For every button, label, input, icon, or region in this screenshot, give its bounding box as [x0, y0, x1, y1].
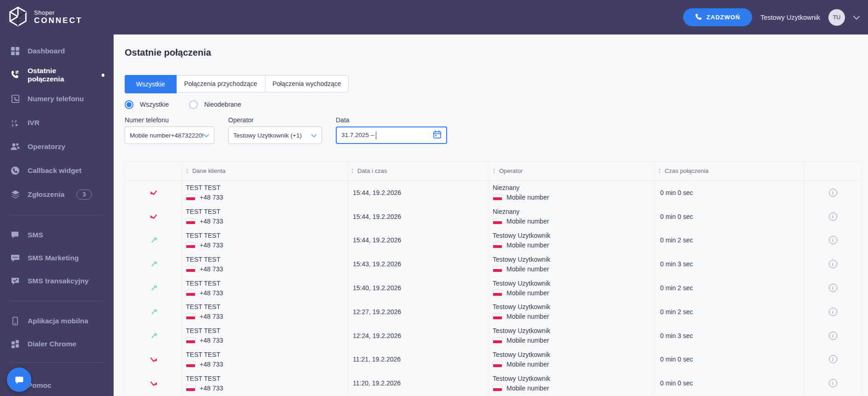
duration-cell: 0 min 2 sec: [655, 300, 805, 324]
sort-icon[interactable]: ▲▼: [351, 168, 354, 174]
sms-transactional-icon: [10, 276, 20, 286]
chat-widget-button[interactable]: [7, 367, 31, 392]
operator-number-type: Mobile number: [506, 241, 549, 249]
info-icon[interactable]: i: [829, 189, 837, 197]
sidebar-item-label: Numery telefonu: [28, 95, 84, 103]
datetime-cell: 12:24, 19.2.2026: [348, 324, 489, 348]
tab-po-czenia-przychodz-ce[interactable]: Połączenia przychodzące: [177, 75, 265, 92]
info-icon[interactable]: i: [829, 212, 837, 221]
info-icon[interactable]: i: [829, 332, 837, 340]
table-row[interactable]: TEST TEST +48 733 15:44, 19.2.2026 Testo…: [125, 229, 862, 253]
customer-phone: +48 733: [200, 361, 223, 368]
info-icon[interactable]: i: [829, 308, 837, 316]
date-range-input[interactable]: 31.7.2025 –: [336, 126, 447, 144]
sidebar-item-callback-widget[interactable]: Callback widget: [0, 159, 114, 183]
column-header-actions: [805, 161, 862, 180]
poland-flag-icon: [186, 385, 195, 391]
column-header-icon: [125, 161, 183, 180]
chevron-down-icon[interactable]: [853, 13, 860, 22]
operator-name: Testowy Uzytkownik: [493, 375, 655, 382]
customer-name: TEST TEST: [186, 303, 347, 310]
radio-icon[interactable]: [189, 100, 198, 109]
column-header-operator[interactable]: ▲▼ Operator: [489, 161, 655, 180]
customer-cell: TEST TEST +48 733: [183, 181, 348, 205]
sort-icon[interactable]: ▲▼: [186, 168, 189, 174]
call-direction-icon: [125, 205, 183, 229]
date-filter-label: Data: [336, 116, 447, 125]
operator-name: Testowy Uzytkownik: [493, 327, 655, 334]
table-row[interactable]: TEST TEST +48 733 15:40, 19.2.2026 Testo…: [125, 276, 862, 300]
sidebar-divider: [10, 301, 103, 301]
table-row[interactable]: TEST TEST +48 733 15:44, 19.2.2026 Niezn…: [125, 205, 862, 229]
radio-nieodebrane[interactable]: Nieodebrane: [189, 100, 241, 109]
sidebar-item-numery-telefonu[interactable]: Numery telefonu: [0, 87, 114, 111]
column-header-dane-klienta[interactable]: ▲▼ Dane klienta: [183, 161, 348, 180]
call-direction-icon: [125, 348, 183, 372]
operator-cell: Testowy Uzytkownik Mobile number: [489, 371, 655, 395]
radio-icon[interactable]: [125, 100, 133, 109]
call-direction-icon: [125, 181, 183, 205]
datetime-cell: 12:27, 19.2.2026: [348, 300, 489, 324]
table-row[interactable]: TEST TEST +48 733 15:43, 19.2.2026 Testo…: [125, 252, 862, 276]
phone-icon: [695, 13, 702, 22]
app-logo: Shoper CONNECT: [0, 6, 114, 29]
info-icon[interactable]: i: [829, 355, 837, 363]
customer-name: TEST TEST: [186, 184, 347, 191]
duration-cell: 0 min 3 sec: [655, 324, 805, 348]
call-history-icon: [10, 70, 20, 80]
table-row[interactable]: TEST TEST +48 733 15:44, 19.2.2026 Niezn…: [125, 181, 862, 205]
operator-number-type: Mobile number: [506, 385, 549, 392]
sort-icon[interactable]: ▲▼: [493, 168, 495, 174]
customer-name: TEST TEST: [186, 256, 347, 263]
calendar-icon[interactable]: [433, 130, 442, 140]
sidebar-item-ostatnie-po-czenia[interactable]: Ostatnie połączenia: [0, 63, 114, 87]
avatar[interactable]: TU: [828, 9, 845, 26]
poland-flag-icon: [493, 194, 502, 201]
operator-number-type: Mobile number: [506, 265, 549, 273]
sidebar-item-sms-transakcyjny[interactable]: SMS transakcyjny: [0, 270, 114, 293]
tab-wszystkie[interactable]: Wszystkie: [125, 75, 177, 93]
call-button[interactable]: ZADZWOŃ: [683, 8, 752, 26]
sidebar-item-ivr[interactable]: 1 23 IVR: [0, 111, 114, 135]
sidebar-item-zg-oszenia[interactable]: Zgłoszenia 3: [0, 183, 114, 207]
table-row[interactable]: TEST TEST +48 733 11:21, 19.2.2026 Testo…: [125, 348, 862, 372]
customer-name: TEST TEST: [186, 280, 347, 287]
operator-name: Testowy Uzytkownik: [493, 303, 655, 310]
table-row[interactable]: TEST TEST +48 733 12:27, 19.2.2026 Testo…: [125, 300, 862, 324]
top-bar: Shoper CONNECT ZADZWOŃ Testowy Uzytkowni…: [0, 0, 868, 34]
table-header-row: ▲▼ Dane klienta ▲▼ Data i czas ▲▼ Operat…: [125, 161, 862, 181]
sidebar-item-sms[interactable]: SMS: [0, 224, 114, 247]
customer-cell: TEST TEST +48 733: [183, 205, 348, 229]
sidebar-item-sms-marketing[interactable]: SMS Marketing: [0, 247, 114, 270]
actions-cell: i: [805, 181, 862, 205]
operator-select-value: Testowy Uzytkownik (+1): [233, 132, 311, 139]
operator-cell: Testowy Uzytkownik Mobile number: [489, 348, 655, 372]
sort-icon[interactable]: ▲▼: [658, 168, 661, 174]
poland-flag-icon: [493, 385, 502, 391]
customer-cell: TEST TEST +48 733: [183, 276, 348, 300]
operator-number-type: Mobile number: [506, 289, 549, 297]
info-icon[interactable]: i: [829, 260, 837, 268]
operator-select[interactable]: Testowy Uzytkownik (+1): [228, 126, 322, 144]
sms-icon: [10, 230, 20, 240]
svg-text:1 2: 1 2: [11, 119, 17, 123]
sidebar-item-aplikacja-mobilna[interactable]: Aplikacja mobilna: [0, 310, 114, 333]
sidebar-item-operatorzy[interactable]: Operatorzy: [0, 135, 114, 159]
sidebar-item-dashboard[interactable]: Dashboard: [0, 39, 114, 63]
column-header-data-i-czas[interactable]: ▲▼ Data i czas: [348, 161, 489, 180]
info-icon[interactable]: i: [829, 236, 837, 244]
column-header-czas-polaczenia[interactable]: ▲▼ Czas połączenia: [655, 161, 805, 180]
info-icon[interactable]: i: [829, 379, 837, 387]
customer-phone: +48 733: [200, 313, 223, 320]
datetime-cell: 15:43, 19.2.2026: [348, 252, 489, 276]
sidebar-item-dialer-chrome[interactable]: Dialer Chrome: [0, 333, 114, 356]
phone-number-select-value: Mobile number+48732220980 (+: [130, 132, 203, 139]
phone-number-select[interactable]: Mobile number+48732220980 (+: [125, 126, 214, 144]
radio-wszystkie[interactable]: Wszystkie: [125, 100, 169, 109]
table-row[interactable]: TEST TEST +48 733 11:20, 19.2.2026 Testo…: [125, 371, 862, 395]
actions-cell: i: [805, 205, 862, 229]
info-icon[interactable]: i: [829, 284, 837, 292]
actions-cell: i: [805, 348, 862, 372]
tab-po-czenia-wychodz-ce[interactable]: Połączenia wychodzące: [265, 75, 348, 92]
table-row[interactable]: TEST TEST +48 733 12:24, 19.2.2026 Testo…: [125, 324, 862, 348]
